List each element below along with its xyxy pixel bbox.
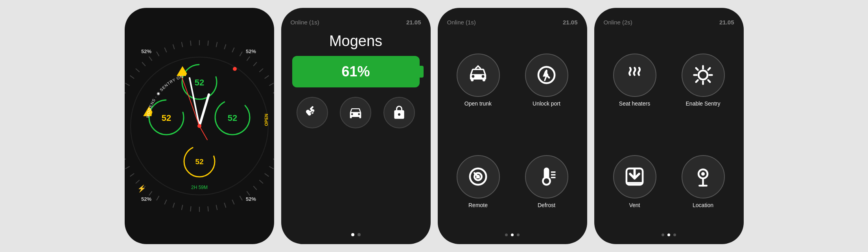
- open-trunk-circle: [457, 54, 500, 97]
- open-trunk-item[interactable]: Open trunk: [447, 33, 509, 128]
- svg-line-43: [135, 180, 139, 183]
- svg-text:2H 59M: 2H 59M: [191, 185, 207, 190]
- screen4-dot-1: [662, 233, 664, 236]
- fan-button[interactable]: [297, 97, 328, 128]
- vent-item[interactable]: Vent: [604, 134, 666, 230]
- svg-line-7: [216, 42, 217, 47]
- svg-text:⚡: ⚡: [137, 184, 146, 193]
- svg-line-61: [164, 48, 166, 52]
- defrost-icon: [536, 166, 557, 187]
- seat-heaters-item[interactable]: Seat heaters: [604, 33, 666, 128]
- svg-line-33: [216, 205, 217, 210]
- location-label: Location: [693, 202, 713, 209]
- seat-heaters-label: Seat heaters: [619, 100, 650, 107]
- svg-line-44: [130, 173, 134, 176]
- svg-line-57: [135, 69, 139, 72]
- svg-line-13: [259, 69, 263, 72]
- seat-heaters-icon: [624, 64, 645, 86]
- svg-line-27: [259, 180, 263, 183]
- svg-point-67: [233, 67, 237, 71]
- location-item[interactable]: Location: [672, 134, 734, 230]
- vent-icon: [624, 166, 645, 187]
- port-icon: [536, 64, 557, 86]
- status-label-3: Online (1s): [447, 19, 476, 26]
- svg-line-26: [264, 173, 269, 176]
- enable-sentry-item[interactable]: Enable Sentry: [672, 33, 734, 128]
- battery-screen: Online (1s) 21.05 Mogens 61%: [281, 8, 431, 244]
- controls-screen-2: Online (2s) 21.05 Seat heaters: [594, 8, 744, 244]
- svg-text:52: 52: [227, 113, 237, 123]
- svg-text:52%: 52%: [246, 196, 256, 202]
- svg-line-46: [125, 159, 126, 161]
- svg-line-16: [273, 91, 274, 93]
- screen3-dot-2: [511, 233, 514, 236]
- svg-line-34: [208, 206, 208, 211]
- page-dot-1: [351, 233, 354, 236]
- svg-line-36: [190, 206, 191, 211]
- remote-icon: [467, 166, 489, 187]
- svg-line-32: [224, 203, 226, 208]
- defrost-item[interactable]: Defrost: [516, 134, 578, 230]
- lock-icon: [392, 105, 407, 120]
- svg-line-28: [253, 186, 257, 190]
- remote-item[interactable]: Remote: [447, 134, 509, 230]
- lock-button[interactable]: [383, 97, 415, 128]
- remote-label: Remote: [468, 202, 488, 209]
- action-buttons: [291, 97, 421, 128]
- svg-line-56: [130, 76, 134, 79]
- unlock-port-item[interactable]: Unlock port: [516, 33, 578, 128]
- sentry-icon: [692, 64, 714, 86]
- screen3-dot-3: [517, 233, 520, 236]
- screen4-dot-3: [673, 233, 676, 236]
- vent-circle: [613, 155, 656, 198]
- location-icon: [692, 166, 714, 187]
- svg-rect-105: [627, 182, 643, 184]
- svg-line-6: [208, 41, 208, 46]
- location-circle: [682, 155, 725, 198]
- svg-line-45: [125, 167, 129, 169]
- svg-line-31: [232, 200, 234, 204]
- svg-line-104: [696, 80, 698, 82]
- svg-line-12: [253, 62, 257, 66]
- svg-line-60: [157, 52, 159, 56]
- svg-line-38: [173, 203, 174, 208]
- car-icon: [348, 105, 363, 120]
- vent-label: Vent: [629, 202, 640, 209]
- battery-bar: 61%: [292, 56, 420, 87]
- svg-text:52%: 52%: [141, 196, 151, 202]
- svg-text:52: 52: [194, 78, 204, 87]
- app-header-3: Online (1s) 21.05: [447, 19, 578, 26]
- svg-text:OPEN: OPEN: [264, 114, 269, 126]
- svg-line-15: [269, 83, 273, 86]
- svg-point-96: [698, 70, 708, 80]
- trunk-icon: [467, 64, 489, 86]
- svg-line-30: [240, 196, 242, 200]
- fan-icon: [305, 105, 320, 120]
- enable-sentry-label: Enable Sentry: [686, 100, 721, 107]
- svg-text:52: 52: [161, 113, 171, 123]
- svg-line-64: [190, 41, 191, 46]
- defrost-circle: [525, 155, 568, 198]
- svg-line-40: [157, 196, 159, 200]
- controls-grid-4: Seat heaters Enable Sentry: [604, 33, 734, 230]
- controls-grid-3: Open trunk Unlock port: [447, 33, 578, 230]
- svg-line-37: [181, 205, 182, 210]
- svg-line-101: [696, 68, 698, 70]
- svg-text:52: 52: [195, 158, 203, 166]
- watch-face-screen: 52 52 52 52 52% 52% 52% 52% MOGENS · ◉ S…: [125, 8, 274, 244]
- open-trunk-label: Open trunk: [464, 100, 492, 107]
- remote-circle: [457, 155, 500, 198]
- car-button[interactable]: [340, 97, 371, 128]
- car-name: Mogens: [291, 33, 421, 50]
- time-label: 21.05: [406, 19, 421, 26]
- battery-percent: 61%: [341, 63, 370, 80]
- screen3-dot-1: [505, 233, 508, 236]
- svg-line-39: [164, 200, 166, 204]
- svg-point-80: [197, 124, 201, 128]
- svg-line-11: [247, 57, 250, 61]
- svg-line-29: [247, 191, 250, 196]
- svg-line-63: [181, 42, 182, 47]
- page-dot-2: [358, 233, 361, 236]
- controls-screen-1: Online (1s) 21.05 Open trunk: [438, 8, 587, 244]
- seat-heaters-circle: [613, 54, 656, 97]
